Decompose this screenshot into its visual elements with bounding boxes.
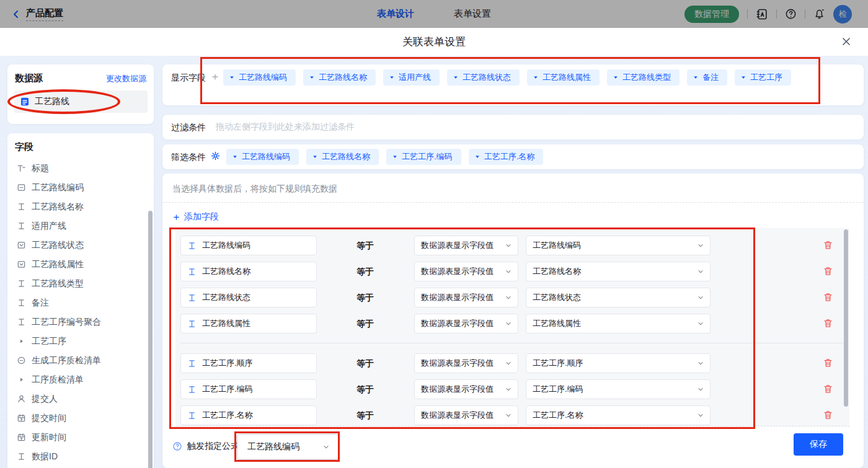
save-button[interactable]: 保存	[794, 433, 843, 456]
display-field-tag[interactable]: 工艺工序	[735, 69, 791, 86]
address-book-icon[interactable]	[756, 8, 768, 20]
display-field-tag[interactable]: 工艺路线编码	[223, 69, 296, 86]
rule-field-box[interactable]: 工艺路线名称	[180, 262, 317, 281]
chevron-down-icon	[322, 443, 330, 451]
select-icon	[16, 260, 26, 269]
add-display-field-button[interactable]	[211, 69, 219, 86]
field-item[interactable]: 数据ID	[7, 447, 154, 466]
change-datasource-link[interactable]: 更改数据源	[106, 73, 146, 84]
field-item[interactable]: 标题	[7, 159, 154, 178]
rule-field-box[interactable]: 工艺工序.顺序	[180, 353, 317, 373]
field-item-label: 提交人	[32, 394, 58, 405]
sift-condition-tag[interactable]: 工艺工序.编码	[386, 149, 461, 165]
rule-value-select[interactable]: 工艺路线名称	[526, 262, 711, 281]
user-avatar[interactable]: 检	[833, 5, 852, 24]
rule-value-select[interactable]: 工艺路线属性	[526, 314, 711, 333]
delete-rule-button[interactable]	[822, 240, 833, 251]
field-item[interactable]: 工序质检清单	[7, 370, 154, 389]
rule-field-box[interactable]: 工艺路线属性	[180, 314, 317, 333]
text-icon	[16, 221, 26, 231]
field-item[interactable]: 提交时间	[7, 408, 154, 428]
sift-condition-tag[interactable]: 工艺工序.名称	[469, 149, 544, 165]
caret-down-icon	[392, 154, 398, 160]
delete-rule-button[interactable]	[822, 318, 833, 329]
display-field-tag[interactable]: 备注	[687, 69, 727, 86]
rule-value-select[interactable]: 工艺工序.编码	[526, 379, 711, 399]
back-icon[interactable]	[11, 9, 21, 19]
sift-settings-button[interactable]	[211, 151, 220, 162]
field-item[interactable]: 适用产线	[7, 216, 154, 236]
delete-rule-button[interactable]	[822, 292, 833, 303]
display-field-tag[interactable]: 适用产线	[383, 69, 440, 86]
page-title: 产品配置	[26, 7, 63, 21]
field-item-label: 生成工序质检清单	[32, 355, 101, 366]
rule-value-select[interactable]: 工艺路线状态	[526, 288, 711, 307]
switch-icon	[16, 356, 26, 365]
rule-source-select[interactable]: 数据源表显示字段值	[414, 379, 518, 399]
sift-condition-tag[interactable]: 工艺路线名称	[306, 149, 379, 165]
rule-source-select[interactable]: 数据源表显示字段值	[414, 288, 518, 307]
field-item[interactable]: 工艺路线名称	[7, 197, 154, 216]
tag-label: 备注	[702, 72, 719, 83]
rule-value-select[interactable]: 工艺工序.顺序	[526, 353, 711, 373]
rule-source-select[interactable]: 数据源表显示字段值	[414, 262, 518, 281]
rules-card: 当选择具体数据后，将按如下规则填充数据 添加字段 工艺路线编码 等于 数据源表显…	[162, 174, 864, 468]
display-field-tag[interactable]: 工艺路线名称	[303, 69, 376, 86]
question-circle-icon	[172, 441, 182, 451]
rule-operator: 等于	[356, 405, 374, 425]
add-rule-field-button[interactable]: 添加字段	[172, 211, 219, 223]
rule-field-box[interactable]: 工艺工序.编码	[180, 379, 317, 399]
field-item-label: 标题	[32, 163, 49, 174]
field-item[interactable]: 工艺工序	[7, 332, 154, 351]
delete-rule-button[interactable]	[822, 266, 833, 277]
caret-down-icon	[232, 154, 238, 160]
field-item[interactable]: 工艺路线状态	[7, 236, 154, 255]
sift-tags: 工艺路线编码 工艺路线名称 工艺工序.编码 工艺工序.名称	[226, 149, 543, 165]
datasource-selected-item[interactable]: 工艺路线	[14, 91, 148, 113]
topbar-tabs: 表单设计 表单设置	[377, 0, 491, 28]
rule-operator: 等于	[356, 379, 374, 399]
field-item[interactable]: 备注	[7, 293, 154, 312]
notification-bell-icon[interactable]	[813, 8, 825, 20]
rule-source-select[interactable]: 数据源表显示字段值	[414, 236, 518, 255]
rule-field-box[interactable]: 工艺路线编码	[180, 236, 317, 255]
rule-source-select[interactable]: 数据源表显示字段值	[414, 405, 518, 425]
display-field-tag[interactable]: 工艺路线状态	[447, 69, 520, 86]
delete-rule-button[interactable]	[822, 410, 833, 421]
filter-label: 过滤条件	[171, 119, 206, 135]
field-item[interactable]: 生成工序质检清单	[7, 351, 154, 370]
field-item[interactable]: 工艺路线属性	[7, 255, 154, 274]
back-navigation[interactable]: 产品配置	[11, 0, 63, 28]
display-field-tag[interactable]: 工艺路线属性	[527, 69, 600, 86]
chevron-down-icon	[696, 241, 705, 250]
field-item[interactable]: 更新时间	[7, 428, 154, 447]
help-icon[interactable]	[785, 8, 797, 20]
trigger-formula-select[interactable]: 工艺路线编码	[237, 434, 339, 460]
text-icon	[187, 319, 197, 329]
field-item[interactable]: 工艺工序编号聚合	[7, 312, 154, 332]
rule-field-box[interactable]: 工艺工序.名称	[180, 405, 317, 425]
rule-source-select[interactable]: 数据源表显示字段值	[414, 353, 518, 373]
field-item[interactable]: 工艺路线类型	[7, 274, 154, 293]
rule-source-select[interactable]: 数据源表显示字段值	[414, 314, 518, 333]
plus-icon	[172, 213, 180, 221]
tab-form-settings[interactable]: 表单设置	[454, 8, 491, 20]
rule-value-select[interactable]: 工艺工序.名称	[526, 405, 711, 425]
delete-rule-button[interactable]	[822, 384, 833, 395]
dashed-divider	[162, 202, 864, 203]
fields-scrollbar[interactable]	[148, 211, 153, 468]
sift-condition-tag[interactable]: 工艺路线编码	[226, 149, 299, 165]
delete-rule-button[interactable]	[822, 358, 833, 369]
rule-field-box[interactable]: 工艺路线状态	[180, 288, 317, 307]
gear-icon	[211, 151, 220, 161]
tab-form-design[interactable]: 表单设计	[377, 8, 414, 20]
data-manage-button[interactable]: 数据管理	[684, 6, 739, 23]
rule-value-select[interactable]: 工艺路线编码	[526, 236, 711, 255]
expand-icon	[16, 376, 26, 384]
display-field-tag[interactable]: 工艺路线类型	[607, 69, 680, 86]
rule-field-label: 工艺路线状态	[202, 292, 250, 303]
field-item[interactable]: 提交人	[7, 389, 154, 408]
close-button[interactable]	[839, 35, 853, 49]
field-item[interactable]: 工艺路线编码	[7, 178, 154, 197]
chevron-down-icon	[696, 267, 705, 276]
